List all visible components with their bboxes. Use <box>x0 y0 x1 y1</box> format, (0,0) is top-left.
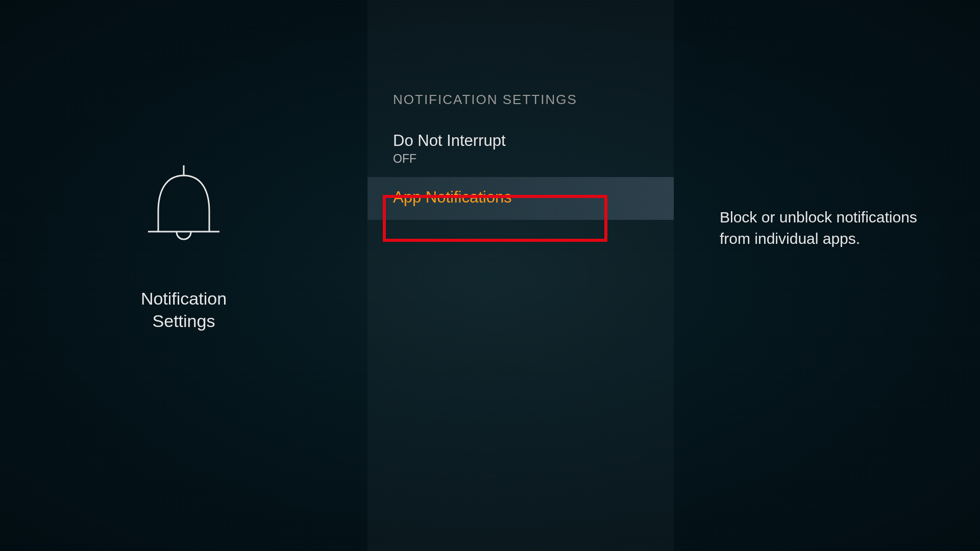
description-text: Block or unblock notifications from indi… <box>720 207 949 249</box>
menu-item-app-notifications[interactable]: App Notifications <box>368 177 674 220</box>
page-title: Notification Settings <box>141 287 227 332</box>
settings-menu-panel: NOTIFICATION SETTINGS Do Not Interrupt O… <box>368 0 674 551</box>
menu-item-label: App Notifications <box>393 188 648 207</box>
menu-item-value: OFF <box>393 152 648 166</box>
menu-item-label: Do Not Interrupt <box>393 132 648 150</box>
bell-icon <box>143 163 225 252</box>
left-info-panel: Notification Settings <box>0 0 368 551</box>
page-title-line2: Settings <box>153 311 215 331</box>
menu-item-do-not-interrupt[interactable]: Do Not Interrupt OFF <box>368 120 674 177</box>
page-title-line1: Notification <box>141 289 227 308</box>
description-panel: Block or unblock notifications from indi… <box>674 0 980 551</box>
section-header: NOTIFICATION SETTINGS <box>368 92 674 120</box>
